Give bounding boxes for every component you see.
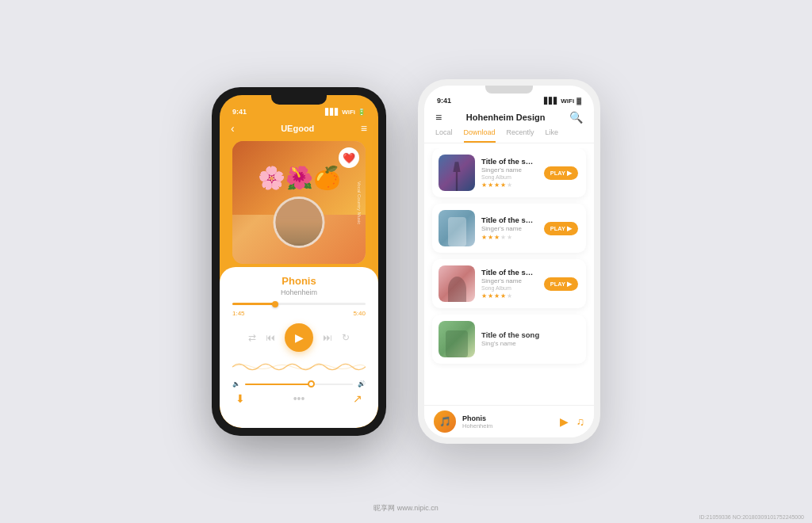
p2-song-list: Title of the song Singer's name Song Alb… xyxy=(424,148,594,405)
p2-header: ≡ Hohenheim Design 🔍 xyxy=(424,108,594,128)
p1-time-total: 5:40 xyxy=(353,310,366,317)
star-rating: ★ ★ ★ ★ ★ xyxy=(481,292,538,300)
p1-progress-bar[interactable] xyxy=(232,303,366,305)
star-4: ★ xyxy=(500,181,506,189)
p2-wifi-icon: WiFi xyxy=(561,97,574,105)
star-1: ★ xyxy=(481,181,487,189)
p1-waveform xyxy=(232,358,366,376)
p1-repeat-button[interactable]: ↻ xyxy=(342,332,350,343)
thumb-figure xyxy=(439,321,475,357)
p1-volume-track[interactable] xyxy=(245,384,353,385)
singer-name: Sing's name xyxy=(481,340,578,347)
tab-local[interactable]: Local xyxy=(435,128,453,143)
play-button[interactable]: PLAY ▶ xyxy=(544,277,578,291)
p1-next-button[interactable]: ⏭ xyxy=(323,332,332,343)
p1-shuffle-button[interactable]: ⇄ xyxy=(248,332,256,343)
list-item: Title of the song Singer's name ★ ★ ★ ★ … xyxy=(432,204,586,253)
face-placeholder xyxy=(276,199,323,246)
p2-bottom-play-button[interactable]: ▶ xyxy=(560,415,569,428)
phone2-notch xyxy=(485,86,533,94)
p2-battery-icon: ▓ xyxy=(576,97,581,105)
star-4: ★ xyxy=(500,292,506,300)
p2-time: 9:41 xyxy=(437,97,451,105)
p1-album-art: 🌸🌺🍊 ❤️ Vocal Country Music xyxy=(232,141,366,264)
p1-app-title: UEgood xyxy=(281,124,314,133)
star-2: ★ xyxy=(488,292,493,300)
p1-progress-thumb[interactable] xyxy=(272,301,278,307)
star-3: ★ xyxy=(494,292,500,300)
p1-volume-thumb[interactable] xyxy=(308,380,315,387)
song-info: Title of the song Singer's name Song Alb… xyxy=(481,268,538,300)
album-name: Song Album xyxy=(481,174,538,180)
p1-time: 9:41 xyxy=(232,108,247,116)
thumb-silhouette xyxy=(448,217,466,246)
tab-like[interactable]: Like xyxy=(546,128,559,143)
p1-song-title: Phonis xyxy=(232,275,366,287)
p1-more-button[interactable]: ••• xyxy=(293,392,305,405)
tab-download[interactable]: Download xyxy=(464,128,496,143)
p1-volume-row: 🔈 🔊 xyxy=(232,380,366,387)
album-name: Song Album xyxy=(481,285,538,291)
phones-container: 9:41 ▋▋▋ WiFi 🔋 ‹ UEgood ≡ 🌸🌺🍊 xyxy=(212,79,600,444)
star-3: ★ xyxy=(494,181,500,189)
p1-time-row: 1:45 5:40 xyxy=(232,310,366,317)
p1-bottom-actions: ⬇ ••• ↗ xyxy=(232,392,366,405)
p1-back-button[interactable]: ‹ xyxy=(231,122,235,135)
p1-vol-low-icon: 🔈 xyxy=(232,380,240,387)
song-info: Title of the song Singer's name ★ ★ ★ ★ … xyxy=(481,216,538,241)
tab-recently[interactable]: Recently xyxy=(507,128,534,143)
play-button[interactable]: PLAY ▶ xyxy=(544,222,578,235)
p1-wave-svg xyxy=(232,358,366,376)
thumb-silhouette xyxy=(448,162,466,191)
p1-status-icons: ▋▋▋ WiFi 🔋 xyxy=(325,109,366,116)
p2-status-icons: ▋▋▋ WiFi ▓ xyxy=(544,97,581,105)
p1-progress-track[interactable] xyxy=(232,303,366,305)
star-5: ★ xyxy=(507,181,512,189)
p1-song-artist: Hohenheim xyxy=(232,288,366,296)
p2-bottom-title: Phonis xyxy=(462,414,553,422)
star-2: ★ xyxy=(488,234,493,241)
p1-controls: ⇄ ⏮ ▶ ⏭ ↻ xyxy=(232,323,366,352)
song-title: Title of the song xyxy=(481,268,538,277)
p2-bottom-list-button[interactable]: ♫ xyxy=(576,415,585,428)
p2-bottom-player: 🎵 Phonis Hohenheim ▶ ♫ xyxy=(424,405,594,437)
watermark: 昵享网 www.nipic.cn xyxy=(373,503,439,513)
phone2-screen: 9:41 ▋▋▋ WiFi ▓ ≡ Hohenheim Design 🔍 Loc… xyxy=(424,86,594,437)
song-title: Title of the song xyxy=(481,157,538,166)
song-thumbnail xyxy=(439,210,475,246)
list-item: Title of the song Singer's name Song Alb… xyxy=(432,148,586,197)
p1-menu-button[interactable]: ≡ xyxy=(361,122,367,135)
p2-search-button[interactable]: 🔍 xyxy=(569,111,583,124)
p1-download-button[interactable]: ⬇ xyxy=(236,392,245,405)
star-5: ★ xyxy=(507,292,512,300)
song-thumbnail xyxy=(439,265,475,302)
flower-decoration: 🌸🌺🍊 xyxy=(258,165,341,191)
phone2-frame: 9:41 ▋▋▋ WiFi ▓ ≡ Hohenheim Design 🔍 Loc… xyxy=(418,79,600,444)
p2-bottom-avatar: 🎵 xyxy=(434,410,456,433)
p2-menu-button[interactable]: ≡ xyxy=(435,111,442,124)
play-button[interactable]: PLAY ▶ xyxy=(544,166,578,180)
p1-avatar xyxy=(274,197,325,248)
p1-battery-icon: 🔋 xyxy=(358,109,366,116)
p2-header-title: Hohenheim Design xyxy=(466,113,546,122)
list-item: Title of the song Sing's name xyxy=(432,315,586,364)
face-blur xyxy=(276,220,323,246)
p2-bottom-artist: Hohenheim xyxy=(462,422,553,429)
song-title: Title of the song xyxy=(481,216,538,224)
thumb-figure xyxy=(439,265,475,302)
p2-signal-icon: ▋▋▋ xyxy=(544,97,558,105)
star-1: ★ xyxy=(481,292,487,300)
p1-volume-fill xyxy=(245,384,310,385)
list-item: Title of the song Singer's name Song Alb… xyxy=(432,259,586,308)
singer-name: Singer's name xyxy=(481,225,538,232)
p1-white-section: Phonis Hohenheim 1:45 5:40 ⇄ xyxy=(220,267,378,428)
thumb-silhouette xyxy=(448,277,466,302)
star-3: ★ xyxy=(494,234,500,241)
p1-wifi-icon: WiFi xyxy=(342,109,355,116)
p1-play-button[interactable]: ▶ xyxy=(285,323,313,352)
p1-heart-button[interactable]: ❤️ xyxy=(339,147,359,168)
p1-share-button[interactable]: ↗ xyxy=(353,392,362,405)
p1-progress-fill xyxy=(232,303,275,305)
thumb-silhouette xyxy=(446,330,468,358)
p1-prev-button[interactable]: ⏮ xyxy=(266,332,275,343)
